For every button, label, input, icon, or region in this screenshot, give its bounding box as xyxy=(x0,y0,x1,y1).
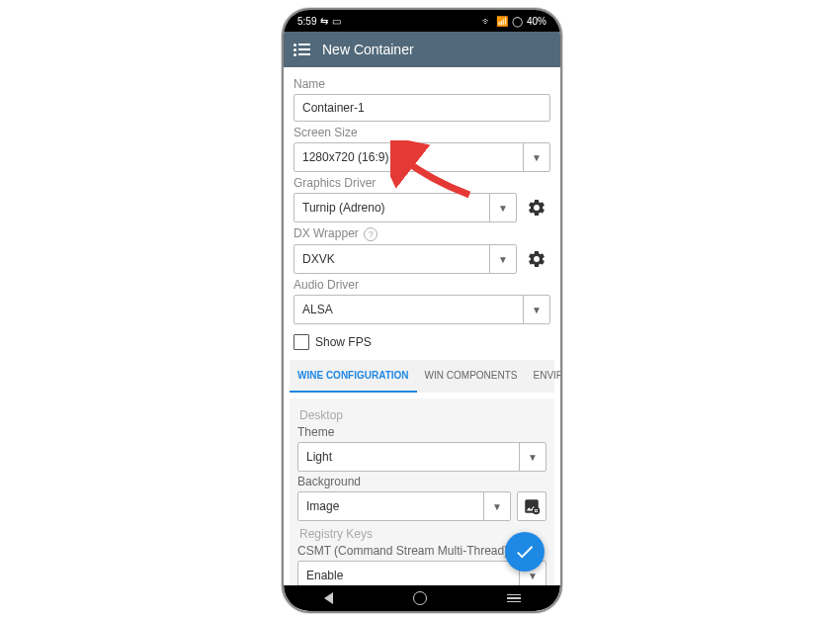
chevron-down-icon: ▼ xyxy=(489,194,516,221)
name-input[interactable] xyxy=(294,94,550,122)
battery-text: 40% xyxy=(527,16,546,27)
show-fps-label: Show FPS xyxy=(315,335,372,349)
content-scroll[interactable]: Name Screen Size 1280x720 (16:9) ▼ Graph… xyxy=(284,67,560,587)
tabs: WINE CONFIGURATION WIN COMPONENTS ENVIRO xyxy=(290,360,554,393)
screen-size-label: Screen Size xyxy=(294,126,550,139)
dx-wrapper-settings-button[interactable] xyxy=(523,245,550,273)
dx-wrapper-value: DXVK xyxy=(294,252,489,266)
status-icon: ▭ xyxy=(332,16,341,27)
chevron-down-icon: ▼ xyxy=(523,143,549,171)
image-picker-icon xyxy=(523,497,541,515)
screen-size-select[interactable]: 1280x720 (16:9) ▼ xyxy=(294,142,550,172)
graphics-driver-settings-button[interactable] xyxy=(523,194,550,221)
app-title: New Container xyxy=(322,42,414,57)
theme-select[interactable]: Light ▼ xyxy=(297,442,546,472)
confirm-fab[interactable] xyxy=(505,532,545,572)
help-icon[interactable]: ? xyxy=(364,227,378,241)
home-icon xyxy=(413,591,427,605)
screen-size-value: 1280x720 (16:9) xyxy=(294,150,523,164)
name-label: Name xyxy=(294,77,550,91)
check-icon xyxy=(514,541,536,563)
theme-value: Light xyxy=(298,450,519,464)
graphics-driver-select[interactable]: Turnip (Adreno) ▼ xyxy=(294,193,517,222)
chevron-down-icon: ▼ xyxy=(483,492,510,520)
background-select[interactable]: Image ▼ xyxy=(297,491,511,521)
show-fps-checkbox[interactable] xyxy=(294,334,309,350)
status-icon: ⇆ xyxy=(320,16,328,27)
app-bar: New Container xyxy=(284,32,560,67)
tab-enviro[interactable]: ENVIRO xyxy=(525,360,560,393)
nav-bar xyxy=(284,585,560,611)
chevron-down-icon: ▼ xyxy=(489,245,516,273)
background-image-button[interactable] xyxy=(517,491,546,521)
chevron-down-icon: ▼ xyxy=(519,443,546,471)
background-label: Background xyxy=(297,475,546,488)
dx-wrapper-select[interactable]: DXVK ▼ xyxy=(294,244,517,274)
gear-icon xyxy=(527,249,546,269)
csmt-value: Enable xyxy=(298,569,519,582)
wifi-icon: ᯤ xyxy=(482,16,492,27)
background-value: Image xyxy=(298,499,483,513)
audio-driver-value: ALSA xyxy=(294,303,523,316)
svg-point-1 xyxy=(536,510,538,512)
tab-wine-configuration[interactable]: WINE CONFIGURATION xyxy=(290,360,417,393)
desktop-section-label: Desktop xyxy=(299,408,546,422)
nav-recent-button[interactable] xyxy=(507,594,521,603)
graphics-driver-label: Graphics Driver xyxy=(294,176,550,190)
recent-icon xyxy=(507,594,521,603)
back-icon xyxy=(324,592,333,604)
audio-driver-label: Audio Driver xyxy=(294,278,550,292)
nav-back-button[interactable] xyxy=(324,592,333,604)
dx-wrapper-label: DX Wrapper ? xyxy=(294,226,550,241)
audio-driver-select[interactable]: ALSA ▼ xyxy=(294,295,550,324)
theme-label: Theme xyxy=(297,425,546,439)
tab-win-components[interactable]: WIN COMPONENTS xyxy=(417,360,526,393)
show-fps-checkbox-row[interactable]: Show FPS xyxy=(294,334,550,350)
phone-frame: 5:59 ⇆ ▭ ᯤ 📶 ◯ 40% New Container Name Sc xyxy=(282,8,562,613)
status-bar: 5:59 ⇆ ▭ ᯤ 📶 ◯ 40% xyxy=(284,10,560,32)
menu-icon[interactable] xyxy=(294,44,310,56)
gear-icon xyxy=(527,198,546,218)
status-time: 5:59 xyxy=(297,16,316,27)
nav-home-button[interactable] xyxy=(413,591,427,605)
signal-icon: 📶 xyxy=(496,16,508,27)
battery-icon: ◯ xyxy=(512,16,523,27)
graphics-driver-value: Turnip (Adreno) xyxy=(294,201,489,215)
chevron-down-icon: ▼ xyxy=(523,296,549,323)
